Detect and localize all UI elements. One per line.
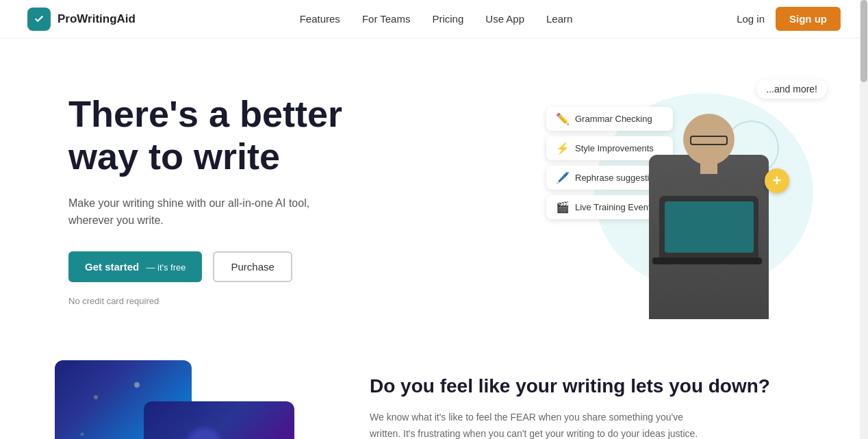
glasses <box>690 136 728 145</box>
logo-link[interactable]: ProWritingAid <box>27 8 136 31</box>
hero-title: There's a better way to write <box>68 92 342 177</box>
get-started-label: Get started <box>85 261 139 273</box>
lower-left: My idea in my head <box>55 360 315 439</box>
logo-icon <box>27 8 51 31</box>
lower-section: My idea in my head Do you feel like your… <box>0 360 868 439</box>
navbar: ProWritingAid Features For Teams Pricing… <box>0 0 868 38</box>
hero-left: There's a better way to write Make your … <box>68 92 342 305</box>
hero-section: There's a better way to write Make your … <box>0 38 868 347</box>
nav-learn[interactable]: Learn <box>546 13 572 25</box>
scrollbar-thumb[interactable] <box>860 0 867 82</box>
section2-title: Do you feel like your writing lets you d… <box>370 374 813 399</box>
nav-features[interactable]: Features <box>300 13 340 25</box>
navbar-actions: Log in Sign up <box>737 7 841 31</box>
nav-pricing[interactable]: Pricing <box>432 13 463 25</box>
section2-text: We know what it's like to feel the FEAR … <box>370 410 698 439</box>
nav-for-teams[interactable]: For Teams <box>362 13 411 25</box>
hero-illustration: ...and more! ✏️ Grammar Checking ⚡ Style… <box>553 79 813 319</box>
logo-text: ProWritingAid <box>58 12 136 26</box>
no-credit-card-note: No credit card required <box>68 296 342 306</box>
lower-right: Do you feel like your writing lets you d… <box>370 360 813 439</box>
get-started-button[interactable]: Get started — it's free <box>68 251 202 282</box>
rephrase-icon: 🖊️ <box>556 171 570 184</box>
image-stack: My idea in my head <box>55 360 308 439</box>
page-scrollbar[interactable] <box>860 0 868 439</box>
login-button[interactable]: Log in <box>737 13 765 25</box>
laptop-screen <box>659 196 758 258</box>
hero-title-line1: There's a better <box>68 93 342 134</box>
person-head <box>683 114 735 165</box>
purchase-button[interactable]: Purchase <box>213 251 292 282</box>
get-started-suffix: — it's free <box>146 262 186 273</box>
hero-subtitle: Make your writing shine with our all-in-… <box>68 195 342 229</box>
img-front-art <box>144 401 294 439</box>
nav-use-app[interactable]: Use App <box>485 13 524 25</box>
plus-badge: + <box>765 168 789 193</box>
hero-buttons: Get started — it's free Purchase <box>68 251 342 282</box>
style-icon: ⚡ <box>556 142 570 155</box>
and-more-badge: ...and more! <box>756 79 827 99</box>
hero-title-line2: way to write <box>68 136 280 177</box>
person-illustration: + <box>635 107 793 319</box>
person-neck <box>700 160 717 174</box>
img-front <box>144 401 294 439</box>
screen-content <box>665 201 754 253</box>
grammar-icon: ✏️ <box>556 112 570 125</box>
training-icon: 🎬 <box>556 201 570 214</box>
signup-button[interactable]: Sign up <box>776 7 841 31</box>
laptop-base <box>652 258 762 264</box>
nav-links: Features For Teams Pricing Use App Learn <box>300 13 573 25</box>
